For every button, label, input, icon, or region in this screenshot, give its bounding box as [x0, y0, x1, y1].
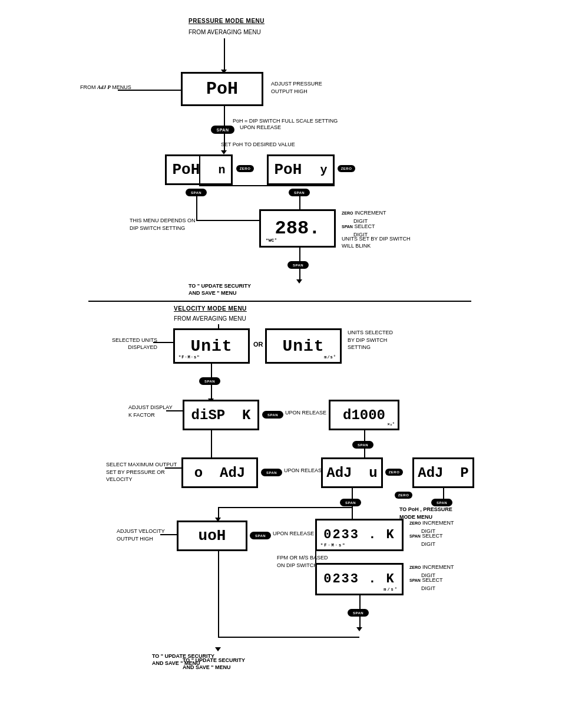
units-by-dip-label: UNITS SELECTEDBY DIP SWITCHSETTING: [348, 329, 393, 351]
span-btn-6[interactable]: SPAN: [352, 441, 373, 449]
line-unit-down2: [211, 385, 212, 400]
page-container: PRESSURE MODE MENU FROM AVERAGING MENU P…: [0, 0, 562, 728]
span-btn-upon-2[interactable]: SPAN: [261, 469, 282, 476]
select-max-label: SELECT MAXIMUM OUTPUTSET BY PRESSURE ORV…: [106, 461, 177, 483]
line-adjp-down: [443, 488, 444, 500]
line-bracket-left: [199, 154, 200, 185]
line-adju-down: [352, 488, 353, 500]
span-btn-9[interactable]: SPAN: [348, 609, 369, 617]
line-0233-down: [359, 595, 361, 610]
display-poh-main: PoH: [181, 72, 263, 106]
span-btn-2[interactable]: SPAN: [186, 189, 207, 196]
dip-depends-label: THIS MENU DEPENDS ONDIP SWITCH SETTING: [130, 217, 196, 232]
line-sel-units: [153, 342, 173, 343]
span-sel-2: SPAN SELECT DIGIT: [409, 532, 442, 549]
display-adj-u: AdJ u: [321, 457, 383, 488]
span-btn-5[interactable]: SPAN: [199, 377, 220, 385]
display-unit-1: Unit "F·M·s": [173, 328, 250, 364]
pressure-title: PRESSURE MODE MENU: [189, 18, 265, 24]
line-span2-down: [196, 196, 197, 220]
line-final-long: [218, 551, 219, 637]
velocity-title: VELOCITY MODE MENU: [174, 305, 247, 312]
arrow-final-2: [215, 647, 221, 651]
line-dispk-down: [211, 430, 212, 460]
to-update-1: TO " UPDATE SECURITYAND SAVE " MENU: [189, 283, 251, 297]
upon-release-3: UPON RELEASE: [273, 531, 314, 538]
display-0233k-2: 0233 . K m/s°: [315, 563, 404, 595]
adjust-vel-label: ADJUST VELOCITYOUTPUT HIGH: [117, 528, 165, 542]
line-bracket-0233-h: [315, 563, 316, 564]
dip-label: PoH = DIP SWITCH FULL SCALE SETTING: [233, 118, 338, 125]
pressure-subtitle: FROM AVERAGING MENU: [189, 28, 261, 36]
line-bracket-top: [199, 185, 335, 186]
line-to-dispk: [166, 410, 184, 411]
span-btn-1[interactable]: SPAN: [211, 126, 234, 134]
arrow-2: [221, 150, 227, 154]
display-o-adj: o AdJ: [181, 457, 258, 488]
adjust-pressure-label: ADJUST PRESSUREOUTPUT HIGH: [271, 80, 322, 95]
line-d1000-down: [364, 430, 365, 442]
or-text: OR: [253, 341, 263, 348]
display-poh-y: PoH y: [267, 154, 335, 185]
line-to-uoh-box: [160, 534, 178, 535]
adjust-disp-label: ADJUST DISPLAYK FACTOR: [128, 404, 173, 419]
zero-btn-1[interactable]: ZERO: [236, 165, 254, 172]
velocity-subtitle: FROM AVERAGING MENU: [174, 315, 246, 322]
line-from-avg: [224, 38, 225, 71]
span-btn-upon-3[interactable]: SPAN: [250, 532, 271, 539]
upon-release-1: UPON RELEASE: [240, 124, 281, 131]
display-adj-p: AdJ P: [412, 457, 474, 488]
span-btn-4[interactable]: SPAN: [287, 261, 309, 269]
line-to-oadj: [165, 467, 183, 469]
span-sel-3: SPAN SELECT DIGIT: [409, 576, 442, 593]
display-uoh: uoH: [177, 521, 247, 551]
line-after-span4: [299, 269, 300, 281]
line-to-uoh-h: [218, 507, 352, 508]
units-blink-label: UNITS SET BY DIP SWITCHWILL BLINK: [342, 236, 411, 249]
span-btn-3[interactable]: SPAN: [289, 189, 310, 196]
from-adj-label: FROM AdJ P MENUS: [80, 84, 131, 91]
line-unit-down: [211, 364, 212, 378]
arrow-4: [296, 279, 302, 284]
to-update-vel: TO " UPDATE SECURITYAND SAVE " MENU: [152, 653, 214, 667]
arrow-final: [356, 627, 362, 631]
line-bracket-0233-left: [315, 551, 316, 563]
zero-btn-2[interactable]: ZERO: [338, 165, 355, 172]
display-unit-2: Unit m/s°: [265, 328, 342, 364]
span-btn-7[interactable]: SPAN: [340, 499, 361, 506]
set-poh-label: SET PoH TO DESIRED VALUE: [221, 141, 295, 149]
display-288: 288. "WC°: [259, 209, 336, 248]
line-final-h: [218, 637, 359, 638]
line-poh-down: [224, 106, 225, 127]
divider-line: [88, 301, 471, 302]
display-d1000: d1000 ×₃°: [329, 400, 399, 430]
selected-units-label: SELECTED UNITSDISPLAYED: [112, 337, 157, 351]
display-0233k-1: 0233 . K "F·M·s": [315, 519, 404, 551]
line-after-span9: [359, 617, 361, 628]
upon-release-2: UPON RELEASE: [284, 467, 325, 475]
zero-btn-adj-u[interactable]: ZERO: [385, 469, 403, 476]
upon-release-disp: UPON RELEASE: [285, 410, 326, 417]
zero-btn-adj-p[interactable]: ZERO: [395, 492, 412, 499]
line-to-uoh-v2: [218, 507, 219, 519]
span-btn-upon-1[interactable]: SPAN: [262, 411, 283, 419]
line-after-288: [299, 248, 300, 262]
display-disp-k: diSP K: [183, 400, 259, 430]
